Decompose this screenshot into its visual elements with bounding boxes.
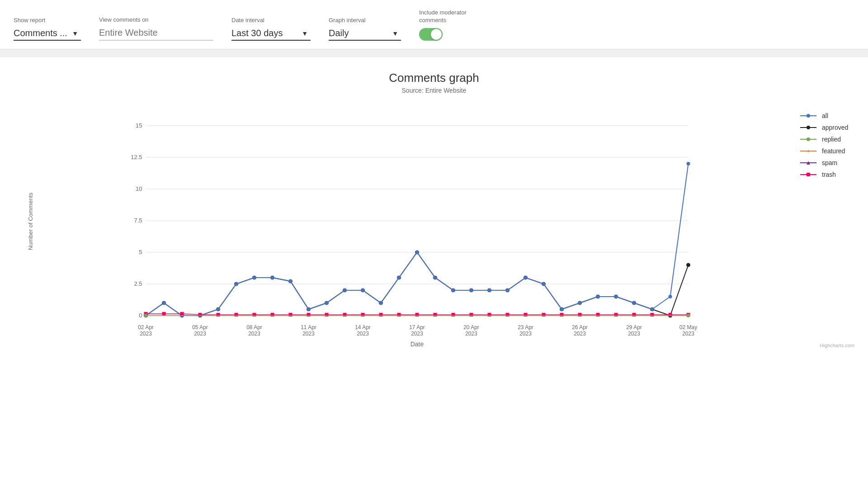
legend-approved-label: approved [822,124,848,131]
svg-text:2023: 2023 [411,331,423,337]
svg-point-79 [343,288,347,292]
svg-text:23 Apr: 23 Apr [518,324,533,331]
svg-text:17 Apr: 17 Apr [409,324,425,331]
legend-trash: trash [800,171,859,178]
legend-replied-label: replied [822,136,841,143]
svg-rect-101 [180,312,184,316]
legend-all: all [800,112,859,119]
legend-approved: approved [800,124,859,131]
svg-point-75 [271,276,274,279]
svg-point-94 [614,295,618,298]
svg-rect-104 [235,313,238,316]
svg-point-84 [434,276,437,279]
svg-point-133 [807,114,810,118]
svg-rect-128 [669,313,672,316]
svg-text:10: 10 [136,185,142,192]
svg-rect-125 [614,313,618,316]
svg-rect-109 [325,313,329,316]
svg-point-86 [470,288,473,292]
svg-rect-105 [253,313,256,316]
svg-rect-100 [162,312,166,316]
date-interval-group: Date interval Last 30 days Last 7 days L… [231,17,311,41]
svg-point-92 [578,301,582,305]
svg-point-87 [488,288,491,292]
svg-text:Date: Date [410,340,424,348]
svg-point-73 [235,282,238,286]
svg-text:2023: 2023 [574,331,586,337]
svg-point-76 [289,279,292,283]
chart-title: Comments graph [389,71,479,85]
show-report-select[interactable]: Comments ... [14,26,81,41]
svg-text:2023: 2023 [140,331,152,337]
svg-point-69 [162,301,166,305]
svg-rect-115 [434,313,437,316]
svg-point-77 [307,307,311,311]
svg-text:12.5: 12.5 [131,154,142,161]
svg-point-89 [524,276,528,279]
chart-svg: 0 2.5 5 7.5 10 12.5 15 02 Apr 2023 05 Ap… [38,103,787,338]
show-report-group: Show report Comments ... ▼ [14,17,81,41]
legend-all-label: all [822,112,828,119]
svg-text:20 Apr: 20 Apr [463,324,479,331]
svg-point-90 [542,282,546,286]
chart-legend: all approved replied featured spam trash [787,103,859,178]
svg-point-91 [560,307,564,311]
svg-point-74 [253,276,256,279]
legend-replied: replied [800,136,859,143]
svg-point-131 [687,314,690,317]
svg-text:5: 5 [139,249,142,255]
svg-rect-124 [596,313,600,316]
moderator-toggle[interactable] [419,28,443,41]
svg-point-93 [596,295,600,298]
chart-svg-area: 0 2.5 5 7.5 10 12.5 15 02 Apr 2023 05 Ap… [38,103,787,340]
svg-text:7.5: 7.5 [134,217,142,224]
svg-rect-127 [651,313,654,316]
moderator-toggle-thumb [431,29,442,40]
svg-rect-113 [397,313,401,316]
show-report-label: Show report [14,17,81,24]
graph-interval-select[interactable]: Daily Weekly Monthly [329,26,401,41]
svg-text:26 Apr: 26 Apr [572,324,588,331]
svg-marker-139 [807,149,810,152]
show-report-select-wrapper: Comments ... ▼ [14,26,81,41]
all-series [144,162,690,317]
graph-interval-group: Graph interval Daily Weekly Monthly ▼ [329,17,401,41]
svg-point-85 [452,288,455,292]
svg-rect-126 [632,313,636,316]
svg-point-80 [361,288,365,292]
svg-point-83 [415,250,419,254]
legend-spam: spam [800,159,859,166]
svg-point-78 [325,301,329,305]
highcharts-credit: Highcharts.com [0,340,868,348]
svg-point-72 [217,307,220,311]
svg-rect-123 [578,313,582,316]
view-comments-group: View comments on [99,16,213,41]
svg-text:2023: 2023 [628,331,640,337]
svg-text:14 Apr: 14 Apr [355,324,371,331]
moderator-label2: comments [419,17,467,24]
svg-rect-114 [415,313,419,316]
svg-text:2023: 2023 [248,331,260,337]
svg-rect-121 [542,313,546,316]
svg-rect-103 [217,313,220,316]
svg-point-81 [379,301,383,305]
graph-interval-select-wrapper: Daily Weekly Monthly ▼ [329,26,401,41]
date-interval-select[interactable]: Last 30 days Last 7 days Last 90 days La… [231,26,311,41]
svg-text:08 Apr: 08 Apr [246,324,262,331]
svg-rect-112 [379,313,383,316]
view-comments-input[interactable] [99,26,213,41]
svg-text:02 Apr: 02 Apr [138,324,154,331]
svg-text:2023: 2023 [302,331,315,337]
svg-text:2023: 2023 [682,331,694,337]
svg-point-130 [144,314,148,317]
chart-wrapper: Number of Comments 0 2.5 5 7.5 10 [0,103,868,340]
svg-point-96 [651,307,654,311]
svg-point-88 [506,288,509,292]
date-interval-label: Date interval [231,17,311,24]
svg-text:2023: 2023 [519,331,532,337]
svg-text:2.5: 2.5 [134,280,142,287]
moderator-toggle-container [419,28,467,41]
svg-rect-119 [506,313,509,316]
svg-point-67 [687,263,690,267]
svg-text:0: 0 [139,312,142,319]
